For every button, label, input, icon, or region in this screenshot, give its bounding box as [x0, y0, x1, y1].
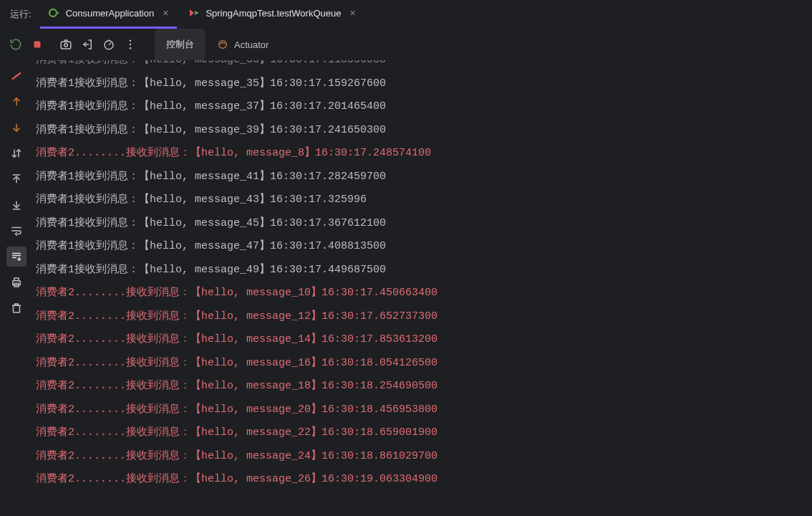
print-icon[interactable]	[6, 272, 26, 292]
main-area: 消费者1接收到消息：【hello, message_33】16:30:17.11…	[0, 60, 812, 516]
tab-spring-amqp-test[interactable]: SpringAmqpTest.testWorkQueue ×	[180, 0, 364, 29]
log-line-consumer2: 消费者2........接收到消息：【hello, message_8】16:3…	[36, 142, 812, 166]
svg-point-9	[130, 44, 131, 45]
svg-point-6	[64, 44, 68, 47]
svg-point-0	[49, 9, 57, 16]
log-line-consumer1: 消费者1接收到消息：【hello, message_33】16:30:17.11…	[36, 60, 812, 72]
log-line-consumer2: 消费者2........接收到消息：【hello, message_16】16:…	[36, 352, 812, 376]
run-label: 运行:	[6, 8, 40, 21]
log-line-consumer1: 消费者1接收到消息：【hello, message_37】16:30:17.20…	[36, 95, 812, 119]
log-line-consumer2: 消费者2........接收到消息：【hello, message_14】16:…	[36, 328, 812, 352]
log-line-consumer1: 消费者1接收到消息：【hello, message_49】16:30:17.44…	[36, 259, 812, 282]
log-line-consumer1: 消费者1接收到消息：【hello, message_43】16:30:17.32…	[36, 188, 812, 212]
inner-tabs: 控制台 Actuator	[155, 29, 280, 60]
exit-button[interactable]	[77, 34, 97, 54]
profiler-button[interactable]	[99, 34, 119, 54]
tab-console[interactable]: 控制台	[155, 29, 206, 60]
svg-marker-1	[56, 11, 59, 15]
rerun-button[interactable]	[6, 34, 26, 54]
close-icon[interactable]: ×	[160, 8, 168, 18]
snapshot-button[interactable]	[56, 34, 76, 54]
log-line-consumer1: 消费者1接收到消息：【hello, message_45】16:30:17.36…	[36, 212, 812, 236]
log-line-consumer1: 消费者1接收到消息：【hello, message_39】16:30:17.24…	[36, 119, 812, 143]
svg-rect-5	[61, 42, 71, 49]
log-line-consumer2: 消费者2........接收到消息：【hello, message_10】16:…	[36, 282, 812, 305]
run-tabbar: 运行: ConsumerApplication × SpringAmqpTest…	[0, 0, 812, 29]
bottom-stack-icon[interactable]	[6, 195, 26, 215]
trash-icon[interactable]	[6, 298, 26, 318]
tab-console-label: 控制台	[166, 38, 194, 51]
log-line-consumer2: 消费者2........接收到消息：【hello, message_12】16:…	[36, 305, 812, 329]
log-line-consumer1: 消费者1接收到消息：【hello, message_47】16:30:17.40…	[36, 235, 812, 259]
spring-run-icon	[49, 7, 60, 19]
stop-button[interactable]	[27, 34, 47, 54]
sort-icon[interactable]	[6, 143, 26, 163]
close-icon[interactable]: ×	[347, 8, 355, 18]
log-line-consumer2: 消费者2........接收到消息：【hello, message_22】16:…	[36, 421, 812, 445]
tab-label: SpringAmqpTest.testWorkQueue	[206, 8, 341, 19]
scroll-to-end-icon[interactable]	[6, 247, 26, 267]
log-line-consumer1: 消费者1接收到消息：【hello, message_41】16:30:17.28…	[36, 166, 812, 189]
console-gutter	[0, 60, 33, 516]
log-line-consumer2: 消费者2........接收到消息：【hello, message_26】16:…	[36, 468, 812, 492]
log-line-consumer2: 消费者2........接收到消息：【hello, message_18】16:…	[36, 375, 812, 398]
console-output: 消费者1接收到消息：【hello, message_33】16:30:17.11…	[36, 60, 812, 492]
svg-point-8	[130, 40, 131, 42]
down-stack-icon[interactable]	[6, 118, 26, 138]
svg-rect-4	[34, 42, 41, 48]
soft-wrap-icon[interactable]	[6, 221, 26, 241]
log-line-consumer1: 消费者1接收到消息：【hello, message_35】16:30:17.15…	[36, 72, 812, 96]
top-stack-icon[interactable]	[6, 169, 26, 189]
up-stack-icon[interactable]	[6, 92, 26, 112]
tab-consumer-application[interactable]: ConsumerApplication ×	[40, 0, 178, 29]
run-toolbar	[0, 29, 146, 60]
console-view[interactable]: 消费者1接收到消息：【hello, message_33】16:30:17.11…	[33, 60, 812, 516]
tab-actuator-label: Actuator	[234, 39, 269, 50]
tab-label: ConsumerApplication	[66, 8, 155, 19]
tool-row: 控制台 Actuator	[0, 29, 812, 60]
svg-rect-14	[14, 305, 20, 312]
svg-marker-3	[195, 11, 199, 15]
tab-actuator[interactable]: Actuator	[206, 29, 280, 60]
test-run-icon	[188, 7, 200, 19]
log-line-consumer2: 消费者2........接收到消息：【hello, message_24】16:…	[36, 445, 812, 469]
actuator-icon	[217, 39, 228, 50]
restart-frame-icon[interactable]	[6, 66, 26, 86]
log-line-consumer2: 消费者2........接收到消息：【hello, message_20】16:…	[36, 398, 812, 422]
svg-point-10	[130, 47, 131, 49]
svg-marker-2	[190, 9, 194, 16]
more-vertical-icon[interactable]	[120, 34, 140, 54]
svg-point-11	[219, 41, 227, 49]
